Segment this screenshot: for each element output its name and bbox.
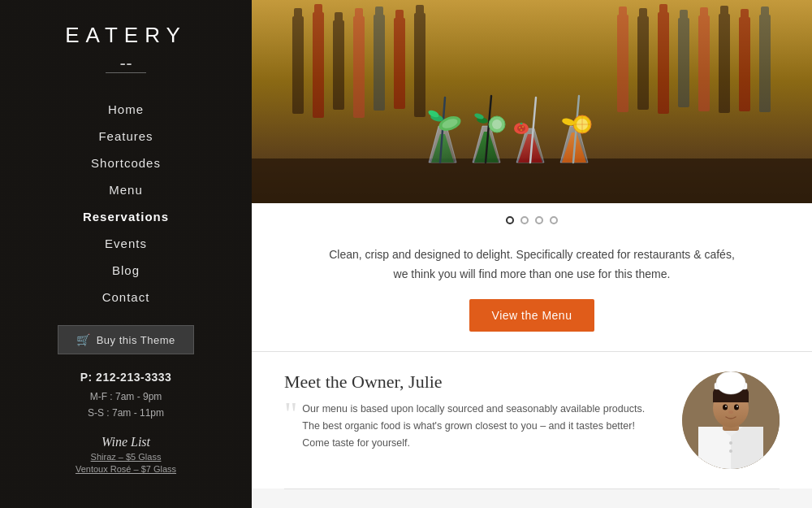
svg-rect-19 — [658, 12, 669, 114]
svg-rect-2 — [294, 8, 302, 20]
svg-rect-14 — [416, 5, 424, 16]
svg-rect-23 — [698, 15, 710, 111]
svg-rect-11 — [394, 18, 405, 109]
nav-blog[interactable]: Blog — [0, 257, 252, 284]
svg-rect-31 — [252, 158, 812, 203]
svg-rect-5 — [333, 20, 344, 110]
svg-point-65 — [725, 406, 727, 407]
svg-point-69 — [716, 371, 745, 394]
svg-rect-21 — [678, 18, 689, 107]
view-menu-button[interactable]: View the Menu — [469, 299, 595, 332]
svg-point-63 — [723, 404, 728, 410]
weekend-hours: S-S : 7am - 11pm — [80, 405, 172, 421]
svg-rect-15 — [617, 15, 628, 112]
svg-point-45 — [519, 127, 520, 128]
svg-point-67 — [728, 410, 733, 414]
owner-quote: Our menu is based upon locally sourced a… — [302, 401, 663, 453]
svg-point-66 — [736, 406, 738, 407]
svg-rect-10 — [375, 7, 383, 18]
svg-rect-20 — [659, 4, 667, 15]
svg-rect-27 — [739, 17, 750, 111]
svg-rect-12 — [395, 10, 404, 21]
cart-icon: 🛒 — [76, 333, 91, 346]
svg-point-57 — [729, 441, 732, 445]
svg-rect-6 — [335, 12, 343, 24]
nav-reservations[interactable]: Reservations — [0, 203, 252, 230]
svg-rect-25 — [719, 14, 730, 113]
nav-contact[interactable]: Contact — [0, 284, 252, 310]
svg-rect-8 — [355, 8, 363, 20]
svg-point-64 — [734, 404, 739, 410]
carousel-dot-2[interactable] — [520, 216, 529, 224]
svg-rect-17 — [637, 16, 649, 110]
svg-rect-1 — [292, 16, 304, 114]
main-content: Clean, crisp and designed to delight. Sp… — [252, 0, 812, 508]
nav-features[interactable]: Features — [0, 123, 252, 150]
fork-icon: ⚋ — [65, 51, 187, 69]
owner-title: Meet the Owner, Julie — [284, 371, 663, 393]
svg-rect-3 — [313, 12, 324, 118]
svg-point-47 — [520, 129, 522, 131]
svg-rect-30 — [761, 7, 769, 18]
carousel-dots — [252, 203, 812, 237]
nav-menu[interactable]: Menu — [0, 176, 252, 203]
hero-image — [252, 0, 812, 203]
wine-list-title: Wine List — [76, 435, 176, 449]
svg-point-39 — [492, 119, 502, 129]
bottom-divider — [284, 488, 780, 489]
svg-rect-13 — [414, 13, 425, 117]
nav-events[interactable]: Events — [0, 230, 252, 257]
svg-rect-16 — [619, 7, 627, 18]
svg-rect-9 — [374, 15, 385, 111]
svg-rect-4 — [314, 4, 322, 15]
owner-section: Meet the Owner, Julie " Our menu is base… — [252, 352, 812, 488]
hero-svg — [252, 0, 812, 203]
weekday-hours: M-F : 7am - 9pm — [80, 389, 172, 405]
owner-photo — [682, 371, 780, 469]
wine-item-1[interactable]: Shiraz – $5 Glass — [76, 452, 176, 462]
carousel-dot-4[interactable] — [550, 216, 558, 224]
nav-home[interactable]: Home — [0, 96, 252, 123]
svg-rect-7 — [353, 16, 365, 118]
carousel-dot-1[interactable] — [506, 216, 514, 224]
svg-point-44 — [517, 125, 525, 132]
svg-rect-24 — [700, 7, 708, 19]
logo-area: EATERY ⚋ — [65, 23, 187, 73]
hours-info: M-F : 7am - 9pm S-S : 7am - 11pm — [80, 389, 172, 422]
svg-rect-26 — [720, 6, 728, 17]
wine-item-2[interactable]: Ventoux Rosé – $7 Glass — [76, 464, 176, 474]
tagline-section: Clean, crisp and designed to delight. Sp… — [252, 237, 812, 352]
svg-rect-28 — [741, 9, 749, 20]
phone-number: P: 212-213-3333 — [80, 371, 172, 384]
svg-point-46 — [522, 126, 524, 128]
svg-rect-18 — [639, 8, 647, 20]
svg-point-58 — [729, 449, 732, 453]
svg-rect-22 — [680, 10, 688, 21]
tagline-text: Clean, crisp and designed to delight. Sp… — [329, 245, 735, 284]
nav-shortcodes[interactable]: Shortcodes — [0, 150, 252, 176]
site-logo: EATERY — [65, 23, 187, 48]
svg-rect-29 — [759, 15, 771, 112]
owner-text: Meet the Owner, Julie " Our menu is base… — [284, 371, 663, 453]
buy-button-label: Buy this Theme — [97, 334, 175, 346]
main-nav: Home Features Shortcodes Menu Reservatio… — [0, 96, 252, 310]
owner-avatar-svg — [682, 371, 780, 469]
wine-list-section: Wine List Shiraz – $5 Glass Ventoux Rosé… — [76, 435, 176, 474]
quote-mark: " — [284, 397, 297, 430]
quote-container: " Our menu is based upon locally sourced… — [284, 401, 663, 453]
contact-info: P: 212-213-3333 M-F : 7am - 9pm S-S : 7a… — [80, 371, 172, 422]
sidebar: EATERY ⚋ Home Features Shortcodes Menu R… — [0, 0, 252, 508]
buy-theme-button[interactable]: 🛒 Buy this Theme — [58, 325, 194, 354]
carousel-dot-3[interactable] — [535, 216, 543, 224]
